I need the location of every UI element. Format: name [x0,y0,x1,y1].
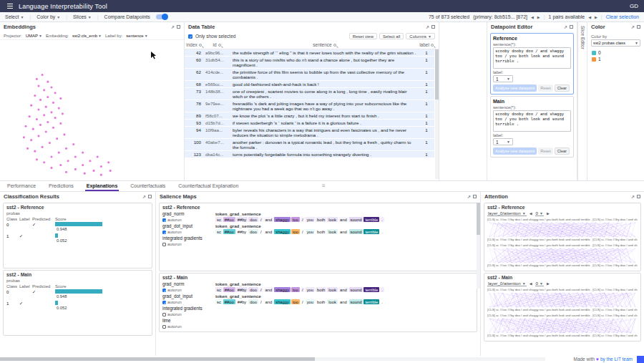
salience-token[interactable]: / [259,217,263,222]
embedding-point[interactable] [59,164,62,166]
salience-token[interactable]: / [301,217,305,222]
autorun-checkbox[interactable] [162,313,166,316]
horizontal-scrollbar[interactable] [0,357,545,361]
salience-token[interactable]: / [259,229,263,234]
embedding-point[interactable] [89,160,91,162]
salience-token[interactable]: . [380,299,384,304]
table-row[interactable]: 789e79ee...fresnadillo 's dark and jolti… [185,100,434,112]
table-row[interactable]: 68e569cc...good old-fashioned slash-and-… [185,81,434,88]
maximize-icon[interactable] [637,25,640,29]
table-row[interactable]: 9410f9aa...byler reveals his characters … [185,127,434,139]
salience-token[interactable]: doo [248,217,258,222]
embedding-point[interactable] [50,111,52,113]
salience-token[interactable]: too [291,217,300,222]
salience-token[interactable]: . [380,287,384,292]
embedding-point[interactable] [43,161,45,163]
analyze-datapoint-button[interactable]: Analyze new datapoint [493,147,537,155]
salience-token[interactable]: and [338,217,348,222]
next-head-button[interactable]: ▶ [547,281,550,286]
embedding-point[interactable] [45,130,47,132]
maximize-icon[interactable] [177,25,180,29]
embedding-point[interactable] [43,114,45,116]
salience-token[interactable]: ##by [236,229,248,234]
salience-token[interactable]: terrible [364,287,379,292]
tab-counterfactual-explanation[interactable]: Counterfactual Explanation [177,181,240,191]
embedding-point[interactable] [47,81,49,83]
salience-token[interactable]: sc [215,217,223,222]
search-icon[interactable] [333,44,336,47]
clear-selection-button[interactable]: Clear selection [606,14,639,19]
lit-team-link[interactable]: by the LIT team [600,357,633,362]
autorun-checkbox[interactable] [162,325,166,329]
embedding-point[interactable] [107,161,109,163]
salience-token[interactable]: look [327,229,338,234]
embedding-point[interactable] [100,174,102,176]
autorun-checkbox[interactable] [162,231,166,234]
salience-token[interactable]: you [306,299,315,304]
table-row[interactable]: 123dba14c...turns potentially forgettabl… [185,151,434,158]
salience-token[interactable]: you [306,287,315,292]
embedding-point[interactable] [52,127,54,129]
salience-token[interactable]: sound [349,287,364,292]
classification-row[interactable]: 1 ✓ 0.052 [6,301,149,310]
embedding-point[interactable] [37,108,39,110]
salience-token[interactable]: both [316,299,326,304]
salience-token[interactable]: both [316,229,326,234]
labelby-select[interactable]: sentence▼ [126,34,147,38]
autorun-checkbox[interactable] [162,218,166,222]
popout-icon[interactable]: ↗ [171,25,175,29]
popout-icon[interactable]: ↗ [631,195,635,199]
salience-token[interactable]: sc [215,229,223,234]
embedding-point[interactable] [50,86,52,88]
maximize-icon[interactable] [431,25,435,29]
tab-predictions[interactable]: Predictions [47,181,75,191]
sentence-textarea[interactable]: scooby dooby doo / and shaggy too / you … [493,110,571,132]
search-icon[interactable] [431,44,434,47]
embedding-point[interactable] [84,173,86,175]
embedding-select[interactable]: sst2:cls_emb▼ [72,34,102,38]
select-all-button[interactable]: Select all [379,33,404,39]
embedding-point[interactable] [42,74,44,76]
embedding-point[interactable] [72,143,74,145]
embedding-point[interactable] [36,118,38,120]
salience-token[interactable]: / [301,299,305,304]
salience-token[interactable]: and [338,287,348,292]
embedding-point[interactable] [47,96,49,98]
embedding-point[interactable] [56,137,58,140]
compare-datapoints-toggle[interactable] [156,14,167,19]
embedding-point[interactable] [58,152,60,154]
reset-view-button[interactable]: Reset view [349,33,377,39]
salience-token[interactable]: sound [349,217,364,222]
embedding-point[interactable] [82,152,84,154]
salience-token[interactable]: / [259,287,263,292]
layer-select[interactable]: layer_0/attention▼ [487,281,527,286]
salience-token[interactable]: ##oo [223,229,235,234]
scrollbar-handle[interactable] [477,203,480,235]
salience-token[interactable]: terrible [364,217,379,222]
salience-token[interactable]: and [264,287,274,292]
embedding-point[interactable] [36,78,38,80]
embedding-point[interactable] [63,133,65,135]
embedding-point[interactable] [59,97,62,100]
salience-token[interactable]: and [338,229,348,234]
drag-handle[interactable]: ≡ [322,183,326,189]
next-pair-button[interactable]: ▶ [595,15,597,19]
search-icon[interactable] [199,44,202,47]
reset-button[interactable]: Reset [538,147,552,155]
salience-token[interactable]: terrible [364,229,379,234]
embedding-point[interactable] [49,142,51,144]
salience-token[interactable]: both [316,217,326,222]
embedding-point[interactable] [34,150,36,153]
reset-button[interactable]: Reset [538,84,552,92]
search-icon[interactable] [218,44,221,47]
columns-button[interactable]: Columns▼ [406,33,435,39]
salience-token[interactable]: terrible [364,299,379,304]
embedding-point[interactable] [82,164,84,166]
tab-explanations[interactable]: Explanations [85,181,119,191]
maximize-icon[interactable] [473,195,477,198]
table-row[interactable]: 42a9bc96...the subtle strength of `` eli… [185,49,434,57]
salience-token[interactable]: doo [248,299,258,304]
embedding-point[interactable] [97,155,99,158]
salience-scrollbar[interactable] [477,203,480,289]
embedding-point[interactable] [34,95,36,97]
